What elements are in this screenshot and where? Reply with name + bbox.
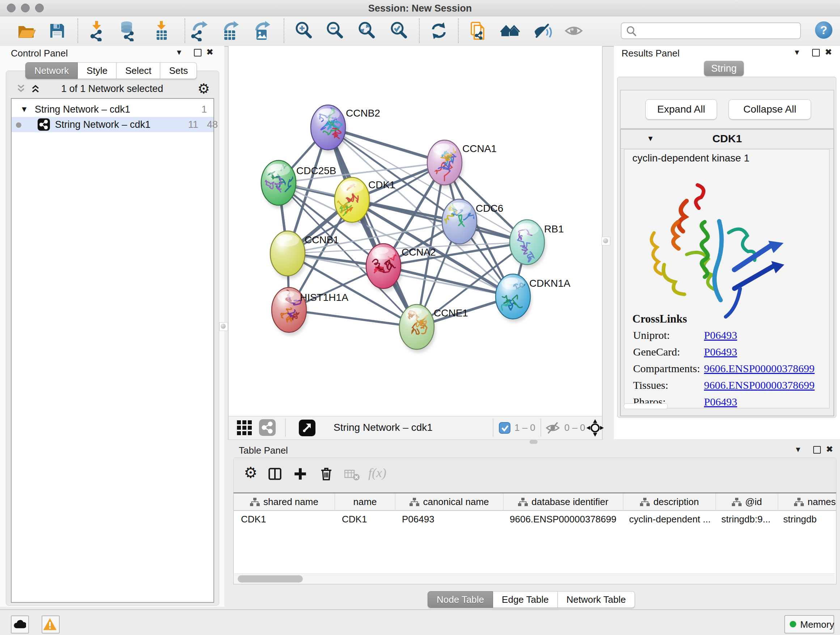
table-panel-close-icon[interactable]: ✖	[826, 445, 833, 454]
node-label-CDK1: CDK1	[368, 179, 395, 190]
network-node-RB1[interactable]	[510, 220, 546, 268]
column-header-namespace[interactable]: namespace	[778, 494, 836, 510]
import-table-icon[interactable]	[151, 20, 172, 41]
save-session-icon[interactable]	[47, 20, 68, 41]
column-header-database-identifier[interactable]: database identifier	[504, 494, 623, 510]
network-node-CCNA2[interactable]	[366, 244, 402, 292]
control-panel-title: Control Panel	[11, 48, 68, 59]
table-row[interactable]: CDK1CDK1P064939606.ENSP00000378699cyclin…	[234, 511, 836, 527]
right-splitter-handle[interactable]	[602, 237, 610, 245]
tab-select[interactable]: Select	[117, 62, 160, 79]
share-view-icon[interactable]	[259, 419, 276, 436]
gene-result-header[interactable]: ▾ CDK1	[621, 130, 834, 149]
help-icon[interactable]: ?	[815, 21, 832, 39]
cloud-icon	[14, 620, 26, 629]
network-collection-row[interactable]: ▼ String Network – cdk1 1	[11, 102, 213, 117]
tab-network[interactable]: Network	[25, 62, 78, 79]
export-image-icon[interactable]	[251, 20, 272, 41]
crosslink-link[interactable]: P06493	[704, 346, 737, 358]
show-columns-icon[interactable]	[268, 467, 281, 481]
control-panel-close-icon[interactable]: ✖	[206, 48, 213, 57]
column-header-canonical-name[interactable]: canonical name	[395, 494, 504, 510]
hide-selected-icon[interactable]	[532, 20, 553, 41]
zoom-fit-icon[interactable]	[356, 20, 377, 41]
zoom-selected-icon[interactable]	[388, 20, 409, 41]
column-header-name[interactable]: name	[335, 494, 395, 510]
tab-network-table[interactable]: Network Table	[558, 591, 635, 608]
column-header-description[interactable]: description	[623, 494, 716, 510]
column-header-label: canonical name	[423, 496, 489, 508]
tab-style[interactable]: Style	[78, 62, 117, 79]
table-hscrollbar	[234, 573, 835, 584]
collapse-all-networks-icon[interactable]	[15, 84, 27, 94]
crosslink-link[interactable]: 9606.ENSP00000378699	[704, 363, 815, 374]
network-row[interactable]: String Network – cdk1 11 48	[11, 117, 213, 132]
show-hidden-icon[interactable]	[563, 20, 584, 41]
table-panel-float-icon[interactable]	[813, 446, 821, 454]
tab-edge-table[interactable]: Edge Table	[493, 591, 558, 608]
export-table-icon[interactable]	[220, 20, 241, 41]
left-splitter-handle[interactable]	[219, 322, 228, 331]
crosslink-link[interactable]: P06493	[704, 329, 737, 341]
network-node-CCNE1[interactable]	[399, 304, 436, 353]
results-scrollbar[interactable]	[624, 403, 668, 409]
control-panel-float-icon[interactable]	[194, 49, 202, 57]
results-panel-menu-icon[interactable]: ▾	[795, 48, 799, 57]
memory-status-icon	[789, 621, 797, 628]
network-node-CDC25B[interactable]	[261, 157, 297, 209]
network-node-CCNB2[interactable]	[311, 105, 347, 153]
crosslink-row: Compartments:9606.ENSP00000378699	[633, 363, 815, 378]
tree-expander-icon[interactable]: ▼	[20, 102, 28, 117]
memory-button[interactable]: Memory	[784, 615, 834, 633]
table-panel-menu-icon[interactable]: ▾	[796, 445, 800, 454]
zoom-out-icon[interactable]	[325, 20, 346, 41]
refresh-view-icon[interactable]	[428, 20, 449, 41]
zoom-in-icon[interactable]	[294, 20, 314, 41]
node-label-CCNA1: CCNA1	[462, 143, 497, 154]
birdseye-view-icon[interactable]	[299, 420, 316, 436]
tab-string[interactable]: String	[704, 61, 744, 76]
node-label-HIST1H1A: HIST1H1A	[300, 292, 348, 303]
network-node-CCNB1[interactable]	[270, 231, 306, 279]
control-panel-menu-icon[interactable]: ▾	[177, 48, 181, 57]
column-header-@id[interactable]: @id	[716, 494, 778, 510]
tab-sets[interactable]: Sets	[160, 62, 197, 79]
network-edge	[289, 310, 417, 327]
table-hscrollbar-thumb[interactable]	[238, 575, 303, 583]
results-panel-close-icon[interactable]: ✖	[825, 48, 832, 57]
open-session-icon[interactable]	[16, 20, 36, 41]
table-options-gear-icon[interactable]: ⚙	[244, 464, 257, 481]
control-panel: Control Panel ▾ ✖ NetworkStyleSelectSets…	[0, 46, 224, 607]
network-node-CDK1[interactable]	[328, 177, 371, 226]
crosslink-link[interactable]: P06493	[704, 396, 737, 408]
expand-all-button[interactable]: Expand All	[645, 99, 717, 119]
network-row-label: String Network – cdk1	[55, 117, 150, 132]
pan-crosshair-icon[interactable]	[586, 419, 604, 437]
results-panel-float-icon[interactable]	[812, 49, 820, 57]
network-node-CDKN1A[interactable]	[496, 274, 532, 322]
add-column-icon[interactable]	[294, 467, 307, 481]
export-network-icon[interactable]	[189, 20, 210, 41]
search-input[interactable]	[640, 24, 797, 37]
home-icon[interactable]	[500, 20, 521, 41]
crosslink-link[interactable]: 9606.ENSP00000378699	[704, 379, 815, 391]
network-options-gear-icon[interactable]: ⚙	[197, 81, 210, 97]
hidden-eye-icon[interactable]	[545, 421, 561, 434]
selected-checkbox-icon[interactable]	[499, 422, 510, 434]
tab-node-table[interactable]: Node Table	[428, 591, 493, 608]
delete-column-icon[interactable]	[320, 467, 333, 481]
collapse-all-button[interactable]: Collapse All	[729, 99, 811, 119]
network-canvas[interactable]: CCNB2CCNA1CDC25BCDK1CDC6RB1CCNB1CCNA2CDK…	[228, 46, 603, 416]
search-box	[621, 22, 801, 39]
collection-count: 1	[202, 102, 207, 117]
network-node-CDC6[interactable]	[439, 199, 479, 247]
new-network-from-selection-icon[interactable]	[468, 20, 489, 41]
import-network-database-icon[interactable]	[118, 20, 139, 41]
table-cell: CDK1	[335, 511, 395, 527]
import-network-file-icon[interactable]	[88, 20, 109, 41]
grid-view-icon[interactable]	[237, 420, 253, 436]
cloud-button[interactable]	[11, 616, 29, 633]
warning-button[interactable]	[42, 616, 60, 633]
toolbar-separator	[419, 19, 420, 43]
column-header-shared-name[interactable]: shared name	[234, 494, 335, 510]
